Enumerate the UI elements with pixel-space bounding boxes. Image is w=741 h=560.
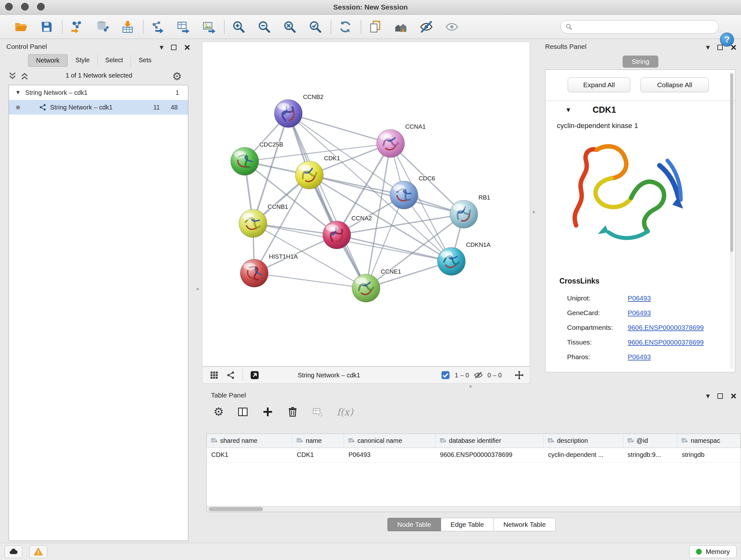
tab-network-table[interactable]: Network Table <box>494 518 556 531</box>
table-cell[interactable]: cyclin-dependent ... <box>543 448 623 462</box>
network-row[interactable]: String Network – cdk1 11 48 <box>9 100 188 115</box>
table-cell[interactable]: stringdb:9... <box>623 448 677 462</box>
first-neighbors-icon[interactable] <box>393 18 409 35</box>
tab-edge-table[interactable]: Edge Table <box>441 518 494 531</box>
export-network-icon[interactable] <box>149 18 166 35</box>
selected-checkbox-icon[interactable] <box>441 370 450 380</box>
crosslink-value-link[interactable]: 9606.ENSP00000378699 <box>628 338 704 346</box>
column-header-shared-name[interactable]: shared name <box>207 434 292 448</box>
expand-all-button[interactable]: Expand All <box>568 78 630 92</box>
node-CDC6[interactable] <box>390 181 418 209</box>
splitter-handle[interactable] <box>469 385 472 388</box>
node-CCNA2[interactable] <box>323 221 351 249</box>
panel-close-icon[interactable]: × <box>184 42 190 52</box>
tree-expand-icon[interactable]: ▼ <box>15 89 21 96</box>
search-input[interactable] <box>576 23 714 30</box>
protein-section-header[interactable]: ▼ CDK1 <box>545 105 735 118</box>
tab-style[interactable]: Style <box>67 54 97 67</box>
table-settings-icon[interactable]: ⚙ <box>213 405 224 419</box>
tab-network[interactable]: Network <box>28 54 67 67</box>
crosslink-value-link[interactable]: 9606.ENSP00000378699 <box>628 324 704 331</box>
crosslink-value-link[interactable]: P06493 <box>628 294 651 302</box>
node-CDKN1A[interactable] <box>437 247 466 275</box>
panel-close-icon[interactable]: × <box>731 42 737 52</box>
apply-layout-icon[interactable] <box>337 18 354 35</box>
table-cell[interactable]: CDK1 <box>292 448 344 462</box>
column-header-name[interactable]: name <box>292 434 344 448</box>
zoom-out-icon[interactable] <box>256 18 273 35</box>
import-network-from-file-icon[interactable] <box>68 18 85 35</box>
delete-column-icon[interactable] <box>287 406 298 418</box>
string-tab-badge[interactable]: String <box>623 56 658 68</box>
add-column-icon[interactable] <box>262 406 273 418</box>
panel-menu-icon[interactable]: ▾ <box>159 44 163 51</box>
memory-button[interactable]: Memory <box>689 545 737 558</box>
import-table-from-file-icon[interactable] <box>119 18 136 35</box>
splitter-handle[interactable] <box>197 288 199 290</box>
node-CDK1[interactable] <box>295 161 323 189</box>
hidden-eye-icon[interactable] <box>474 370 483 380</box>
birdseye-view-icon[interactable] <box>209 370 219 380</box>
panel-menu-icon[interactable]: ▾ <box>706 44 710 51</box>
show-all-icon[interactable] <box>444 18 460 35</box>
table-horizontal-scrollbar[interactable] <box>207 506 741 512</box>
node-CCNB1[interactable] <box>239 209 267 238</box>
edge-CCNE1-HIST1H1A[interactable] <box>254 273 366 288</box>
panel-close-icon[interactable]: × <box>731 391 737 401</box>
edge-CDK1-RB1[interactable] <box>309 175 464 214</box>
search-box[interactable] <box>560 20 719 34</box>
panel-float-icon[interactable] <box>171 45 177 50</box>
open-in-new-window-icon[interactable] <box>250 370 259 380</box>
warnings-button[interactable] <box>29 545 47 558</box>
table-cell[interactable]: CDK1 <box>207 448 292 462</box>
column-header-database-identifier[interactable]: database identifier <box>435 434 544 448</box>
column-header--id[interactable]: @id <box>623 434 677 448</box>
pan-crosshair-icon[interactable] <box>515 370 524 380</box>
hide-selected-icon[interactable] <box>418 18 434 35</box>
cloud-button[interactable] <box>4 545 22 558</box>
gear-icon[interactable]: ⚙ <box>172 70 182 83</box>
table-cell[interactable]: 9606.ENSP00000378699 <box>435 448 544 462</box>
node-CDC25B[interactable] <box>231 147 259 175</box>
zoom-selected-icon[interactable] <box>307 18 324 35</box>
node-CCNA1[interactable] <box>377 129 405 158</box>
section-collapse-icon[interactable]: ▼ <box>565 106 571 114</box>
show-columns-icon[interactable] <box>237 406 249 418</box>
node-RB1[interactable] <box>450 200 478 228</box>
node-CCNE1[interactable] <box>352 274 380 302</box>
duplicate-network-icon[interactable] <box>367 18 384 35</box>
export-image-icon[interactable] <box>200 18 217 35</box>
collapse-all-button[interactable]: Collapse All <box>641 78 709 92</box>
tab-select[interactable]: Select <box>97 54 131 67</box>
panel-float-icon[interactable] <box>718 45 723 50</box>
table-cell[interactable]: stringdb <box>677 448 741 462</box>
tab-sets[interactable]: Sets <box>131 54 159 67</box>
edge-CCNA2-CDKN1A[interactable] <box>337 235 451 261</box>
node-CCNB2[interactable] <box>274 100 302 128</box>
crosslink-value-link[interactable]: P06493 <box>628 353 651 361</box>
panel-float-icon[interactable] <box>718 393 723 399</box>
column-header-canonical-name[interactable]: canonical name <box>344 434 435 448</box>
splitter-handle[interactable] <box>533 211 535 213</box>
network-canvas[interactable]: CCNB2CCNA1CDC25BCDK1CDC6RB1CCNB1CCNA2CDK… <box>202 42 530 367</box>
zoom-fit-icon[interactable] <box>281 18 298 35</box>
table-cell[interactable]: P06493 <box>344 448 435 462</box>
network-share-icon[interactable] <box>226 370 235 380</box>
open-session-icon[interactable] <box>13 18 29 35</box>
node-HIST1H1A[interactable] <box>240 259 268 287</box>
panel-menu-icon[interactable]: ▾ <box>706 392 710 400</box>
network-collection-row[interactable]: ▼ String Network – cdk1 1 <box>9 85 188 100</box>
export-table-icon[interactable] <box>175 18 192 35</box>
zoom-in-icon[interactable] <box>230 18 247 35</box>
import-network-from-database-icon[interactable] <box>94 18 111 35</box>
crosslink-value-link[interactable]: P06493 <box>628 309 651 317</box>
save-session-icon[interactable] <box>38 18 55 35</box>
tab-node-table[interactable]: Node Table <box>387 518 441 531</box>
network-graph[interactable]: CCNB2CCNA1CDC25BCDK1CDC6RB1CCNB1CCNA2CDK… <box>202 42 530 366</box>
results-scrollbar[interactable] <box>730 73 733 369</box>
table-row[interactable]: CDK1CDK1P064939606.ENSP00000378699cyclin… <box>207 448 741 462</box>
column-header-description[interactable]: description <box>543 434 623 448</box>
edge-CCNB2-CCNE1[interactable] <box>288 114 366 288</box>
edge-CCNB2-CCNA1[interactable] <box>288 114 390 144</box>
column-header-namespac[interactable]: namespac <box>677 434 741 448</box>
